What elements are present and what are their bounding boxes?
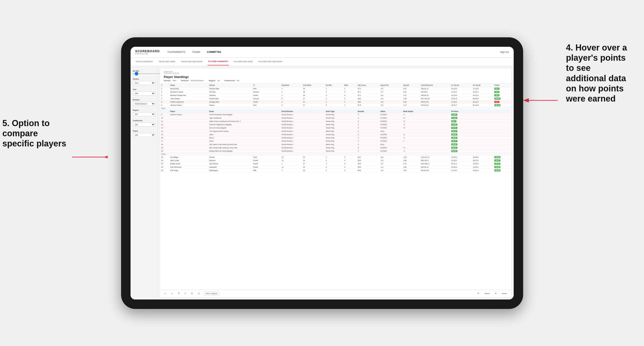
conference-filter-label: Conference: xyxy=(224,80,236,82)
sign-out-link[interactable]: Sign out xyxy=(500,51,509,53)
download-button[interactable]: ⬇ xyxy=(494,292,498,295)
gender-filter-label: Gender: xyxy=(164,80,171,82)
th-school: School xyxy=(208,83,252,87)
gender-filter-value: Men xyxy=(173,80,176,82)
nav-tournaments[interactable]: TOURNAMENTS xyxy=(167,47,186,57)
logo-text: SCOREBOARD xyxy=(135,49,160,53)
watch-button[interactable]: Watch xyxy=(483,292,491,295)
copy-button[interactable]: ⧉ xyxy=(177,291,181,295)
th-points: Points xyxy=(493,83,511,87)
points-badge[interactable]: 68.18 xyxy=(494,104,500,106)
th-avg-topar: Avg to-Par xyxy=(379,83,402,87)
th-no-rds: No Rds. xyxy=(325,83,343,87)
nav-links: TOURNAMENTS TEAMS COMMITTEE xyxy=(167,47,500,57)
nav-right: Sign out xyxy=(500,51,509,53)
view-original-button[interactable]: View: Original xyxy=(204,292,220,295)
division-select[interactable]: NCAA Division I xyxy=(133,102,155,106)
table-container[interactable]: # Player School Yr Reg Rank Conf Rank No… xyxy=(160,83,511,290)
th-num: # xyxy=(160,83,169,87)
points-badge[interactable]: 68.94 xyxy=(494,98,500,100)
nav-teams[interactable]: TEAMS xyxy=(192,47,200,57)
region-filter-value: All xyxy=(218,80,220,82)
redo-button[interactable]: ↪ xyxy=(170,292,174,295)
points-badge[interactable]: 39.95 xyxy=(494,166,500,168)
points-badge[interactable]: 79.2 xyxy=(494,94,500,96)
no-rds-min: 4 xyxy=(133,73,134,75)
paste-button[interactable]: ⎘ xyxy=(183,292,187,295)
event-points-badge[interactable]: 24.11 xyxy=(451,130,458,132)
region-label: Region xyxy=(133,109,155,111)
points-badge[interactable]: 40.27 xyxy=(494,160,500,162)
table-row: 2Michael La SassoOle MissSecond 11800 67… xyxy=(160,90,511,94)
points-badge[interactable]: 88.2 xyxy=(494,88,500,90)
event-points-badge[interactable]: 56.18 xyxy=(451,147,458,149)
event-points-badge[interactable]: 57.57 xyxy=(451,127,458,129)
sidebar-player: Player (All) xyxy=(133,130,155,137)
event-points-badge[interactable]: 73.33 xyxy=(451,124,458,126)
subnav-player-summary[interactable]: PLAYER SUMMARY xyxy=(208,58,228,65)
conference-select[interactable]: (All) xyxy=(133,123,155,127)
sidebar-gender: Gender Men xyxy=(133,78,155,85)
th-overall: Overall Record xyxy=(420,83,450,87)
points-badge[interactable]: 78.2 xyxy=(494,91,500,93)
table-row: 26Petr HrubyWashingtonFifth 72300 68.6-1… xyxy=(160,169,511,172)
subnav-team-h2h-grid[interactable]: TEAM H2H GRID xyxy=(158,58,176,65)
event-row: 11Wake Forest Invitational at Pinehurst … xyxy=(160,120,511,123)
event-points-badge[interactable]: 53.60 xyxy=(451,117,458,119)
subnav-player-h2h-heatmap[interactable]: PLAYER H2H HEATMAP xyxy=(258,58,283,65)
year-select[interactable]: (All) xyxy=(133,91,155,95)
settings-button[interactable]: ⚙ xyxy=(190,292,194,295)
th-yr: Yr xyxy=(252,83,280,87)
sidebar-no-rds: No Rds. 4 52 xyxy=(133,70,155,75)
event-points-badge[interactable]: 25.38 xyxy=(451,143,458,146)
undo-button[interactable]: ↩ xyxy=(163,292,168,295)
region-select[interactable]: N/A xyxy=(133,112,155,116)
table-header-row: # Player School Yr Reg Rank Conf Rank No… xyxy=(160,83,511,87)
sidebar-division: Division NCAA Division I xyxy=(133,99,155,106)
gender-select[interactable]: Men xyxy=(133,81,155,85)
main-content: No Rds. 4 52 Gender Men Year xyxy=(130,66,514,300)
annotation-left: 5. Option to compare specific players xyxy=(2,118,68,149)
event-points-badge[interactable]: 46.50 xyxy=(451,134,458,136)
update-time: Update time: 27/01/2024 16:56:26 xyxy=(164,71,179,74)
subnav-player-h2h-grid[interactable]: PLAYER H2H GRID xyxy=(234,58,253,65)
points-badge[interactable]: 38.49 xyxy=(494,169,500,172)
player-select[interactable]: (All) xyxy=(133,133,155,137)
table-row: 22Ian GilliganFloridaThird 102410 68.7-0… xyxy=(160,156,511,159)
table-row: 24Bastien AmatNew MexicoFourth 12720 69.… xyxy=(160,162,511,165)
standings-panel: Update time: 27/01/2024 16:56:26 Player … xyxy=(160,68,511,297)
filter-region: Region: All xyxy=(209,80,220,82)
subnav-team-h2h-heatmap[interactable]: TEAM H2H HEATMAP xyxy=(180,58,203,65)
clock-button[interactable]: ⏱ xyxy=(196,292,201,295)
table-row-section: Niche xyxy=(160,107,511,110)
logo-area: SCOREBOARD Powered by clippi xyxy=(135,49,160,55)
division-filter-label: Division: xyxy=(181,80,189,82)
subnav-team-summary[interactable]: TEAM SUMMARY xyxy=(135,58,154,65)
table-row-section: Techo xyxy=(160,153,511,156)
sub-nav: TEAM SUMMARY TEAM H2H GRID TEAM H2H HEAT… xyxy=(130,58,514,66)
event-row: 13Amer An Intercollegiate NCAA Division … xyxy=(160,126,511,129)
event-points-badge[interactable]: 43.64 xyxy=(451,114,458,116)
event-row: 16Alex C NCAA Division IStroke Play 3PLA… xyxy=(160,136,511,139)
share-button[interactable]: Share xyxy=(500,292,508,295)
event-row: 17David NCAA Division IStroke Play 3PLAY… xyxy=(160,139,511,143)
points-badge[interactable]: 40.68 xyxy=(494,156,500,158)
event-points-badge[interactable]: 46.7 xyxy=(451,120,456,122)
event-points-badge[interactable]: 66.40 xyxy=(451,150,458,152)
table-row: 6Jackson KoiounAuburnFirst 22751 67.5-2.… xyxy=(160,103,511,107)
event-points-badge[interactable]: 30.47 xyxy=(451,140,458,142)
nav-committee[interactable]: COMMITTEE xyxy=(206,47,222,57)
panel-header: Player Standings Gender: Men Division: N… xyxy=(160,68,511,83)
table-row: 25Cole SherwoodVanderbiltFourth 122300 6… xyxy=(160,165,511,169)
table-row: 3Michael ThorbjornsenStanfordFourth 1180… xyxy=(160,94,511,97)
event-row: 10Tiger Invitational NCAA Division IStro… xyxy=(160,116,511,120)
event-row: 20Mirabel Maui Jim Intercollegiate NCAA … xyxy=(160,149,511,153)
division-filter-value: NCAA Division I xyxy=(191,80,204,82)
conference-filter-value: All xyxy=(237,80,239,82)
region-filter-label: Region: xyxy=(209,80,216,82)
event-row: 12Southern Highlands Collegiate NCAA Div… xyxy=(160,123,511,126)
sidebar-year: Year (All) xyxy=(133,88,155,95)
points-badge[interactable]: 40.02 xyxy=(494,163,500,165)
points-badge-highlighted[interactable]: 80.9 xyxy=(494,101,500,103)
event-points-badge[interactable]: 46.50 xyxy=(451,137,458,139)
